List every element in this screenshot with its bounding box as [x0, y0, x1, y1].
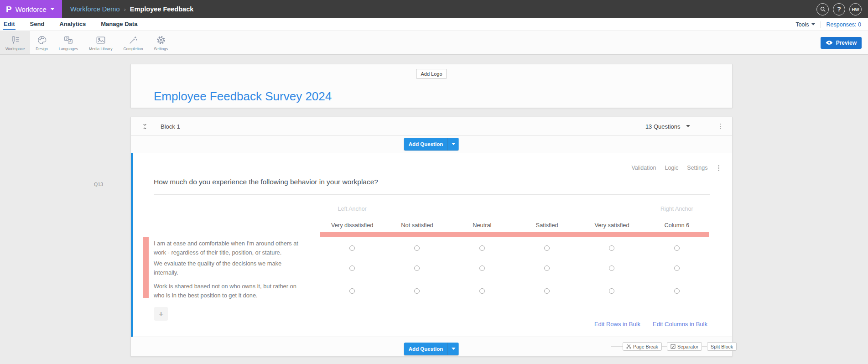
chevron-down-icon	[811, 23, 815, 26]
chevron-down-icon	[686, 125, 690, 128]
statement-column-spacer	[154, 222, 320, 229]
matrix-cell	[645, 278, 709, 304]
matrix-cell	[320, 259, 385, 278]
radio-button[interactable]	[674, 245, 680, 251]
radio-button[interactable]	[674, 288, 680, 294]
breadcrumb-project-link[interactable]: Workforce Demo	[70, 5, 120, 13]
matrix-cell	[579, 278, 644, 304]
page-break-button[interactable]: Page Break	[623, 342, 662, 351]
radio-button[interactable]	[349, 245, 355, 251]
radio-button[interactable]	[479, 288, 485, 294]
add-question-dropdown[interactable]	[447, 343, 459, 355]
survey-title[interactable]: Employee Feedback Survey 2024	[154, 89, 332, 104]
chevron-down-icon	[50, 8, 55, 10]
collapse-block-icon[interactable]	[141, 123, 149, 130]
nav-tab-send[interactable]: Send	[30, 19, 45, 30]
separator-button[interactable]: Separator	[667, 342, 702, 351]
add-logo-button[interactable]: Add Logo	[416, 69, 447, 79]
preview-button[interactable]: Preview	[821, 37, 862, 49]
breadcrumb-current-page: Employee Feedback	[130, 5, 193, 13]
toolbar-tab-workspace[interactable]: Workspace	[0, 31, 30, 54]
matrix-cell	[515, 278, 579, 304]
column-header-column-6[interactable]: Column 6	[645, 222, 709, 229]
radio-button[interactable]	[544, 265, 550, 271]
design-icon	[37, 35, 47, 45]
block-name[interactable]: Block 1	[161, 123, 180, 130]
column-header-satisfied[interactable]: Satisfied	[515, 222, 579, 229]
add-question-button[interactable]: Add Question	[404, 343, 447, 355]
section-nav-tabs: EditSendAnalyticsManage Data	[0, 19, 138, 30]
block-header: Block 1 13 Questions	[131, 117, 732, 136]
radio-button[interactable]	[349, 288, 355, 294]
edit-rows-bulk-link[interactable]: Edit Rows in Bulk	[594, 321, 640, 328]
add-question-strip-bottom: Page BreakSeparatorSplit Block Add Quest…	[131, 337, 732, 357]
radio-button[interactable]	[609, 288, 614, 294]
column-header-not-satisfied[interactable]: Not satisfied	[385, 222, 449, 229]
radio-button[interactable]	[479, 245, 485, 251]
matrix-cell	[450, 259, 515, 278]
radio-button[interactable]	[414, 288, 420, 294]
radio-button[interactable]	[674, 265, 680, 271]
search-button[interactable]	[816, 3, 829, 16]
toolbar-tab-design[interactable]: Design	[30, 31, 53, 54]
search-icon	[820, 6, 826, 12]
split-block-button[interactable]: Split Block	[707, 342, 737, 351]
toolbar-tab-languages[interactable]: ALanguages	[53, 31, 83, 54]
question-count-dropdown[interactable]: 13 Questions	[645, 123, 690, 130]
toolbar-tab-label: Media Library	[89, 47, 113, 51]
radio-button[interactable]	[479, 265, 485, 271]
tools-menu[interactable]: Tools	[795, 21, 815, 28]
radio-button[interactable]	[349, 265, 355, 271]
responses-count[interactable]: Responses: 0	[826, 21, 861, 28]
anchor-spacer	[579, 206, 644, 212]
anchor-spacer	[385, 206, 449, 212]
nav-tab-analytics[interactable]: Analytics	[59, 19, 86, 30]
add-question-split-button: Add Question	[404, 343, 459, 355]
radio-button[interactable]	[414, 265, 420, 271]
question-menu-logic[interactable]: Logic	[665, 165, 678, 171]
bulk-edit-links: Edit Rows in Bulk Edit Columns in Bulk	[594, 321, 707, 328]
section-nav: EditSendAnalyticsManage Data Tools Respo…	[0, 18, 868, 31]
toolbar-tab-settings[interactable]: Settings	[148, 31, 173, 54]
row-statement[interactable]: We evaluate the quality of the decisions…	[154, 259, 320, 278]
radio-button[interactable]	[544, 288, 550, 294]
avatar[interactable]: HW	[849, 3, 862, 16]
column-header-very-dissatisfied[interactable]: Very dissatisfied	[320, 222, 385, 229]
matrix-cell	[450, 237, 515, 259]
add-question-button[interactable]: Add Question	[404, 138, 447, 151]
survey-header-panel[interactable]: Add Logo Employee Feedback Survey 2024	[130, 64, 733, 108]
footer-buttons: Page BreakSeparatorSplit Block	[623, 342, 737, 351]
row-statement[interactable]: Work is shared based not on who owns it,…	[154, 278, 320, 304]
radio-button[interactable]	[544, 245, 550, 251]
question-text-underline	[154, 194, 710, 195]
radio-button[interactable]	[609, 265, 614, 271]
product-switcher[interactable]: P Workforce	[0, 0, 62, 18]
radio-button[interactable]	[414, 245, 420, 251]
row-statement[interactable]: I am at ease and comfortable when I'm ar…	[154, 237, 320, 259]
question-card[interactable]: ValidationLogicSettings How much do you …	[131, 153, 732, 337]
toolbar-tab-completion[interactable]: Completion	[118, 31, 148, 54]
add-row-button[interactable]: +	[154, 307, 168, 321]
matrix-cell	[320, 237, 385, 259]
column-header-neutral[interactable]: Neutral	[450, 222, 515, 229]
question-text[interactable]: How much do you experience the following…	[154, 178, 378, 186]
nav-tab-edit[interactable]: Edit	[3, 19, 16, 30]
chevron-down-icon	[452, 348, 456, 350]
toolbar-tab-label: Settings	[154, 47, 168, 51]
matrix-row: Work is shared based not on who owns it,…	[154, 278, 709, 304]
column-header-very-satisfied[interactable]: Very satisfied	[579, 222, 644, 229]
edit-columns-bulk-link[interactable]: Edit Columns in Bulk	[653, 321, 707, 328]
question-options-icon[interactable]	[717, 163, 722, 173]
block-options-icon[interactable]	[718, 122, 723, 131]
nav-tab-manage-data[interactable]: Manage Data	[100, 19, 138, 30]
toolbar-tab-media-library[interactable]: Media Library	[83, 31, 118, 54]
radio-button[interactable]	[609, 245, 614, 251]
add-question-dropdown[interactable]	[447, 138, 459, 151]
add-question-strip-top: Add Question	[131, 136, 732, 153]
question-menu-validation[interactable]: Validation	[631, 165, 656, 171]
toolbar-tab-label: Workspace	[5, 47, 25, 51]
eye-icon	[826, 40, 833, 45]
matrix-cell	[385, 278, 449, 304]
help-button[interactable]: ?	[833, 3, 845, 16]
question-menu-settings[interactable]: Settings	[687, 165, 707, 171]
